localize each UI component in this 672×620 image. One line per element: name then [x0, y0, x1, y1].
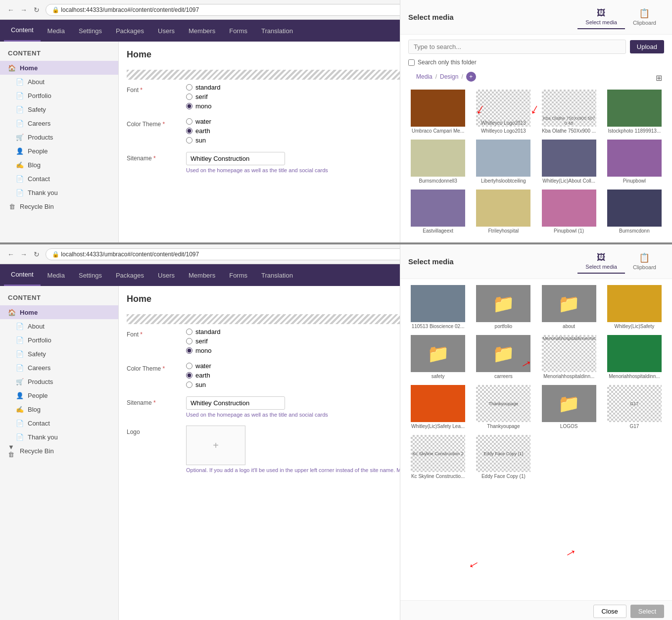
- font-serif-top[interactable]: serif: [186, 93, 221, 100]
- nav-settings-top[interactable]: Settings: [72, 20, 109, 42]
- overlay-tab-select-bottom[interactable]: 🖼 Select media: [577, 249, 625, 274]
- overlay-tab-select-top[interactable]: 🖼 Select media: [577, 5, 625, 29]
- media-item-7-top[interactable]: Pinupbowl: [603, 138, 666, 186]
- media-item-9-top[interactable]: Ftrileyhospital: [472, 188, 535, 236]
- forward-btn-top[interactable]: →: [19, 5, 29, 15]
- nav-translation-bottom[interactable]: Translation: [254, 264, 300, 286]
- media-item-0-bottom[interactable]: 110513 Bioscience 02...: [406, 283, 470, 331]
- nav-members-top[interactable]: Members: [182, 20, 222, 42]
- select-btn-bottom[interactable]: Select: [630, 605, 664, 618]
- nav-forms-top[interactable]: Forms: [222, 20, 254, 42]
- sidebar-home-bottom[interactable]: 🏠 Home: [0, 305, 118, 319]
- nav-content-bottom[interactable]: Content: [4, 264, 41, 286]
- media-item-7-bottom[interactable]: Menoriahhospitaldinn...: [603, 333, 666, 381]
- sidebar-about-bottom[interactable]: 📄 About: [0, 319, 118, 333]
- sitename-input-bottom[interactable]: [186, 396, 285, 410]
- media-item-12-bottom[interactable]: Kc Skyline Construction 2 Kc Skyline Con…: [406, 433, 470, 481]
- font-standard-top[interactable]: standard: [186, 84, 221, 91]
- media-thumb-11-top: [607, 190, 662, 227]
- color-water-top[interactable]: water: [186, 118, 211, 125]
- font-mono-bottom[interactable]: mono: [186, 347, 221, 354]
- sidebar-contact-top[interactable]: 📄 Contact: [0, 172, 118, 186]
- sidebar-portfolio-top[interactable]: 📄 Portfolio: [0, 89, 118, 102]
- media-item-3-top[interactable]: Istockphoto 11899913...: [603, 88, 666, 136]
- sidebar-blog-bottom[interactable]: ✍ Blog: [0, 402, 118, 416]
- grid-toggle-top[interactable]: ⊞: [648, 73, 670, 83]
- media-item-1-top[interactable]: Whitleyco Logo2013 Whitleyco Logo2013: [472, 88, 535, 136]
- sidebar-blog-top[interactable]: ✍ Blog: [0, 158, 118, 172]
- sidebar-people-top[interactable]: 👤 People: [0, 144, 118, 158]
- media-item-4-bottom[interactable]: 📁 safety: [406, 333, 470, 381]
- breadcrumb-design-top[interactable]: Design: [440, 73, 458, 80]
- nav-users-top[interactable]: Users: [151, 20, 182, 42]
- sidebar-thankyou-bottom[interactable]: 📄 Thank you: [0, 430, 118, 444]
- refresh-btn-bottom[interactable]: ↻: [32, 249, 42, 259]
- page-icon-contact-top: 📄: [16, 175, 24, 183]
- back-btn-top[interactable]: ←: [6, 5, 16, 15]
- sidebar-products-bottom[interactable]: 🛒 Products: [0, 375, 118, 388]
- media-item-4-top[interactable]: Burnsmcdonnell3: [406, 138, 470, 186]
- nav-media-top[interactable]: Media: [41, 20, 72, 42]
- sidebar-safety-bottom[interactable]: 📄 Safety: [0, 347, 118, 361]
- sidebar-thankyou-top[interactable]: 📄 Thank you: [0, 186, 118, 199]
- back-btn-bottom[interactable]: ←: [6, 249, 16, 259]
- color-sun-top[interactable]: sun: [186, 137, 211, 144]
- media-item-8-bottom[interactable]: Whitley(Lic)Safety Lea...: [406, 383, 470, 431]
- forward-btn-bottom[interactable]: →: [19, 249, 29, 259]
- media-item-10-top[interactable]: Pinupbowl (1): [537, 188, 601, 236]
- nav-packages-bottom[interactable]: Packages: [109, 264, 151, 286]
- nav-translation-top[interactable]: Translation: [254, 20, 300, 42]
- sidebar-recycle-top[interactable]: 🗑 Recycle Bin: [0, 199, 118, 213]
- color-sun-bottom[interactable]: sun: [186, 381, 211, 388]
- nav-media-bottom[interactable]: Media: [41, 264, 72, 286]
- media-item-0-top[interactable]: Umbraco Campari Me...: [406, 88, 470, 136]
- font-standard-bottom[interactable]: standard: [186, 328, 221, 335]
- media-item-11-bottom[interactable]: G17 G17: [603, 383, 666, 431]
- logo-upload-bottom[interactable]: +: [186, 426, 245, 465]
- nav-forms-bottom[interactable]: Forms: [222, 264, 254, 286]
- sidebar-products-top[interactable]: 🛒 Products: [0, 130, 118, 144]
- media-item-10-bottom[interactable]: 📁 LOGOS: [537, 383, 601, 431]
- media-item-9-bottom[interactable]: Thankyoupage Thankyoupage: [472, 383, 535, 431]
- sidebar-portfolio-bottom[interactable]: 📄 Portfolio: [0, 333, 118, 347]
- color-earth-top[interactable]: earth: [186, 127, 211, 135]
- color-earth-bottom[interactable]: earth: [186, 372, 211, 379]
- media-item-6-top[interactable]: Whitley(Lic)About Coll...: [537, 138, 601, 186]
- media-item-8-top[interactable]: Eastvillageext: [406, 188, 470, 236]
- media-item-5-top[interactable]: Libertyhsloobtceiling: [472, 138, 535, 186]
- media-item-2-bottom[interactable]: 📁 about: [537, 283, 601, 331]
- sidebar-careers-bottom[interactable]: 📄 Careers: [0, 361, 118, 375]
- breadcrumb-media-top[interactable]: Media: [416, 73, 432, 80]
- upload-btn-top[interactable]: Upload: [630, 40, 664, 53]
- search-input-top[interactable]: [408, 40, 626, 54]
- sidebar-recycle-bottom[interactable]: ▼ 🗑 Recycle Bin: [0, 444, 118, 458]
- media-item-11-top[interactable]: Burnsmcdonn: [603, 188, 666, 236]
- font-serif-bottom[interactable]: serif: [186, 337, 221, 345]
- media-item-2-top[interactable]: Kba Olathe 750Xx900 507 0 48 Kba Olathe …: [537, 88, 601, 136]
- sidebar-people-bottom[interactable]: 👤 People: [0, 388, 118, 402]
- overlay-tab-clipboard-top[interactable]: 📋 Clipboard: [625, 5, 664, 29]
- media-item-5-bottom[interactable]: 📁 carreers: [472, 333, 535, 381]
- sidebar-safety-top[interactable]: 📄 Safety: [0, 102, 118, 116]
- refresh-btn-top[interactable]: ↻: [32, 5, 42, 15]
- sitename-input-top[interactable]: [186, 152, 285, 165]
- nav-members-bottom[interactable]: Members: [182, 264, 222, 286]
- close-btn-bottom[interactable]: Close: [593, 605, 626, 618]
- media-item-1-bottom[interactable]: 📁 portfolio: [472, 283, 535, 331]
- nav-users-bottom[interactable]: Users: [151, 264, 182, 286]
- add-folder-btn-top[interactable]: +: [466, 72, 476, 82]
- sidebar-about-top[interactable]: 📄 About: [0, 75, 118, 89]
- sidebar-home-top[interactable]: 🏠 Home: [0, 61, 118, 75]
- sidebar-contact-bottom[interactable]: 📄 Contact: [0, 416, 118, 430]
- nav-settings-bottom[interactable]: Settings: [72, 264, 109, 286]
- media-item-13-bottom[interactable]: Eddy Face Copy (1) Eddy Face Copy (1): [472, 433, 535, 481]
- media-item-6-bottom[interactable]: Menoriahhospitaldinnermict2 Menoriahhosp…: [537, 333, 601, 381]
- font-mono-top[interactable]: mono: [186, 102, 221, 110]
- nav-packages-top[interactable]: Packages: [109, 20, 151, 42]
- nav-content-top[interactable]: Content: [4, 20, 41, 42]
- color-water-bottom[interactable]: water: [186, 362, 211, 370]
- search-folder-checkbox-top[interactable]: [408, 59, 415, 66]
- overlay-tab-clipboard-bottom[interactable]: 📋 Clipboard: [625, 249, 664, 274]
- sidebar-careers-top[interactable]: 📄 Careers: [0, 116, 118, 130]
- media-item-3-bottom[interactable]: Whitley(Lic)Safety: [603, 283, 666, 331]
